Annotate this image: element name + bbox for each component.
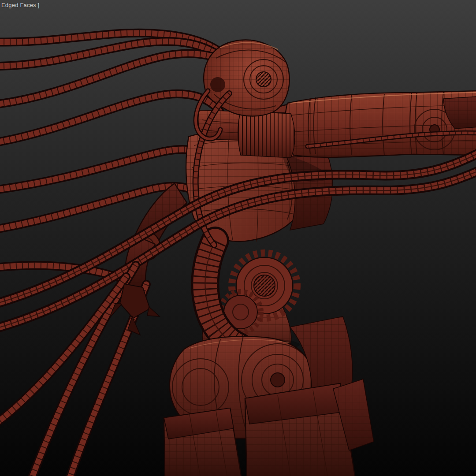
viewport-label-bar: Edged Faces ]: [1, 2, 39, 8]
viewport-3d[interactable]: Edged Faces ]: [0, 0, 476, 476]
head-side-socket: [210, 77, 225, 92]
model-render: [0, 0, 476, 476]
viewport-shading-label[interactable]: Edged Faces ]: [1, 2, 39, 8]
